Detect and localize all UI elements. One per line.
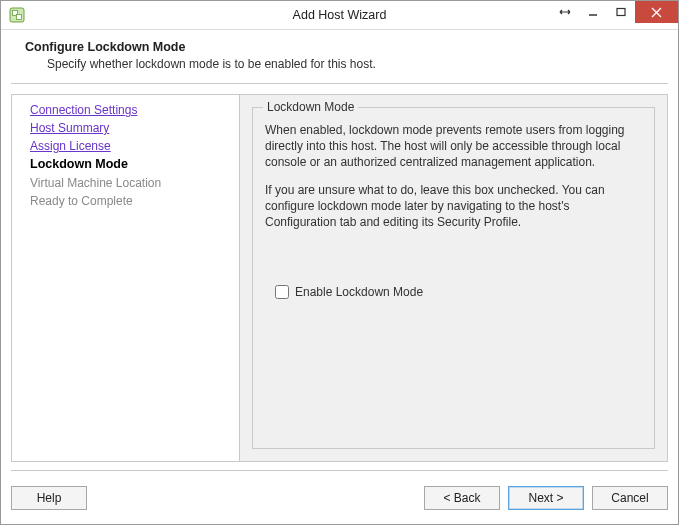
back-button[interactable]: < Back <box>424 486 500 510</box>
step-host-summary[interactable]: Host Summary <box>30 119 239 137</box>
step-assign-license[interactable]: Assign License <box>30 137 239 155</box>
group-paragraph-2: If you are unsure what to do, leave this… <box>265 182 642 230</box>
group-legend: Lockdown Mode <box>263 100 358 114</box>
maximize-icon <box>616 7 626 17</box>
wizard-body: Connection Settings Host Summary Assign … <box>1 84 678 470</box>
wizard-steps-sidebar: Connection Settings Host Summary Assign … <box>11 94 239 462</box>
lockdown-mode-group: Lockdown Mode When enabled, lockdown mod… <box>252 107 655 449</box>
step-vm-location: Virtual Machine Location <box>30 174 239 192</box>
step-connection-settings[interactable]: Connection Settings <box>30 101 239 119</box>
svg-rect-2 <box>17 15 22 20</box>
enable-lockdown-label[interactable]: Enable Lockdown Mode <box>295 285 423 299</box>
resize-button[interactable] <box>551 1 579 23</box>
header-title: Configure Lockdown Mode <box>25 40 664 54</box>
close-button[interactable] <box>635 1 678 23</box>
step-lockdown-mode: Lockdown Mode <box>30 155 239 174</box>
titlebar: Add Host Wizard <box>1 1 678 30</box>
close-icon <box>651 7 662 18</box>
svg-rect-4 <box>617 9 625 16</box>
enable-lockdown-row: Enable Lockdown Mode <box>275 285 642 299</box>
next-button[interactable]: Next > <box>508 486 584 510</box>
help-button[interactable]: Help <box>11 486 87 510</box>
wizard-footer: Help < Back Next > Cancel <box>11 470 668 516</box>
group-paragraph-1: When enabled, lockdown mode prevents rem… <box>265 122 642 170</box>
maximize-button[interactable] <box>607 1 635 23</box>
minimize-button[interactable] <box>579 1 607 23</box>
resize-icon <box>559 7 571 17</box>
wizard-header: Configure Lockdown Mode Specify whether … <box>1 30 678 81</box>
window-controls <box>551 1 678 29</box>
cancel-button[interactable]: Cancel <box>592 486 668 510</box>
app-icon <box>8 6 26 24</box>
enable-lockdown-checkbox[interactable] <box>275 285 289 299</box>
wizard-main-panel: Lockdown Mode When enabled, lockdown mod… <box>239 94 668 462</box>
header-subtitle: Specify whether lockdown mode is to be e… <box>47 57 664 71</box>
minimize-icon <box>588 7 598 17</box>
step-ready-to-complete: Ready to Complete <box>30 192 239 210</box>
add-host-wizard-window: Add Host Wizard <box>0 0 679 525</box>
